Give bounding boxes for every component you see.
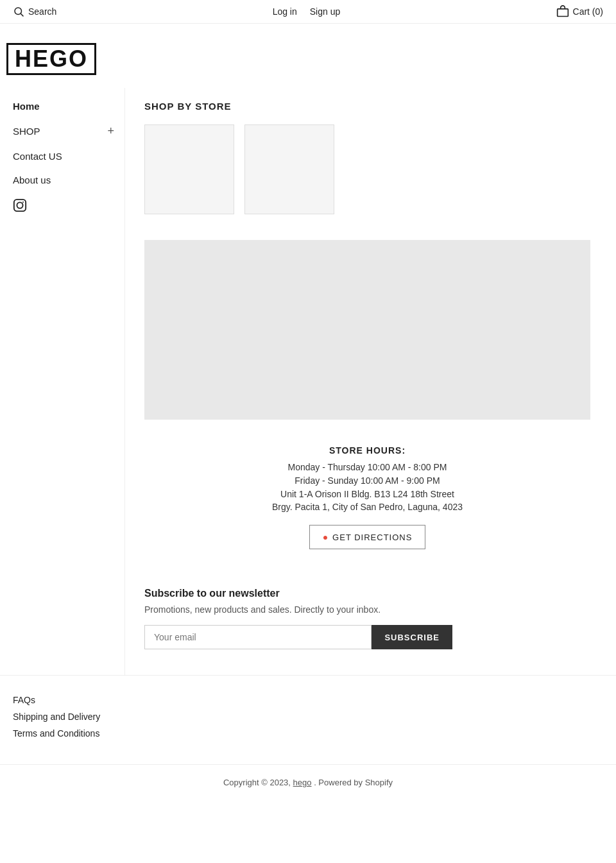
header-auth: Log in Sign up xyxy=(273,6,341,17)
location-pin-icon: ● xyxy=(323,532,329,542)
sidebar-item-shop[interactable]: SHOP + xyxy=(13,118,124,144)
sidebar-item-instagram[interactable] xyxy=(13,192,124,221)
sidebar-item-label: Contact US xyxy=(13,151,62,162)
svg-line-1 xyxy=(21,13,23,16)
cart-label: Cart (0) xyxy=(573,6,603,17)
search-icon xyxy=(13,6,24,17)
get-directions-button[interactable]: ● GET DIRECTIONS xyxy=(309,525,426,549)
store-hours-weekday: Monday - Thursday 10:00 AM - 8:00 PM xyxy=(144,462,590,472)
newsletter-section: Subscribe to our newsletter Promotions, … xyxy=(144,568,590,662)
cart-icon xyxy=(556,5,569,18)
svg-rect-2 xyxy=(557,9,568,17)
signup-link[interactable]: Sign up xyxy=(310,6,340,17)
search-button[interactable]: Search xyxy=(13,6,56,17)
cart-button[interactable]: Cart (0) xyxy=(556,5,603,18)
brand-link[interactable]: hego xyxy=(293,778,312,787)
footer-link-shipping[interactable]: Shipping and Delivery xyxy=(13,712,616,722)
newsletter-description: Promotions, new products and sales. Dire… xyxy=(144,604,590,615)
newsletter-title: Subscribe to our newsletter xyxy=(144,588,590,599)
newsletter-form: SUBSCRIBE xyxy=(144,625,452,649)
instagram-icon xyxy=(13,198,27,212)
subscribe-button[interactable]: SUBSCRIBE xyxy=(372,625,452,649)
store-card[interactable] xyxy=(244,124,334,214)
footer-link-faqs[interactable]: FAQs xyxy=(13,695,616,705)
copyright-text: Copyright © 2023, xyxy=(223,778,291,787)
footer-links: FAQs Shipping and Delivery Terms and Con… xyxy=(0,675,616,751)
sidebar-item-label: Home xyxy=(13,101,40,112)
sidebar-item-label: SHOP xyxy=(13,126,40,137)
login-link[interactable]: Log in xyxy=(273,6,297,17)
store-cards xyxy=(144,124,590,214)
header-right: Cart (0) xyxy=(556,5,603,18)
search-label: Search xyxy=(28,6,56,17)
page-layout: Home SHOP + Contact US About us SHOP BY … xyxy=(0,88,616,675)
logo-area: HEGO xyxy=(0,24,616,88)
store-hours-weekend: Friday - Sunday 10:00 AM - 9:00 PM xyxy=(144,475,590,486)
sidebar-item-contact[interactable]: Contact US xyxy=(13,144,124,168)
email-input[interactable] xyxy=(144,625,372,649)
shop-by-store-title: SHOP BY STORE xyxy=(144,101,590,112)
logo-text: HEGO xyxy=(6,43,96,75)
sidebar: Home SHOP + Contact US About us xyxy=(0,88,125,675)
main-content: SHOP BY STORE STORE HOURS: Monday - Thur… xyxy=(125,88,616,675)
sidebar-item-home[interactable]: Home xyxy=(13,94,124,118)
header-left: Search xyxy=(13,6,56,17)
footer-link-terms[interactable]: Terms and Conditions xyxy=(13,728,616,739)
powered-by-text: . Powered by Shopify xyxy=(314,778,393,787)
store-address-line2: Brgy. Pacita 1, City of San Pedro, Lagun… xyxy=(144,502,590,512)
get-directions-label: GET DIRECTIONS xyxy=(332,533,412,542)
store-info: STORE HOURS: Monday - Thursday 10:00 AM … xyxy=(144,432,590,568)
sidebar-item-about[interactable]: About us xyxy=(13,168,124,192)
svg-point-4 xyxy=(17,202,22,208)
svg-point-0 xyxy=(15,8,22,15)
bottom-bar: Copyright © 2023, hego . Powered by Shop… xyxy=(0,764,616,800)
map-area xyxy=(144,240,590,420)
svg-point-5 xyxy=(22,201,24,203)
logo[interactable]: HEGO xyxy=(13,37,90,81)
expand-icon: + xyxy=(107,124,114,138)
sidebar-item-label: About us xyxy=(13,175,51,185)
header: Search Log in Sign up Cart (0) xyxy=(0,0,616,24)
store-hours-title: STORE HOURS: xyxy=(144,445,590,456)
store-card[interactable] xyxy=(144,124,234,214)
store-address-line1: Unit 1-A Orison II Bldg. B13 L24 18th St… xyxy=(144,489,590,499)
svg-rect-3 xyxy=(14,200,26,211)
